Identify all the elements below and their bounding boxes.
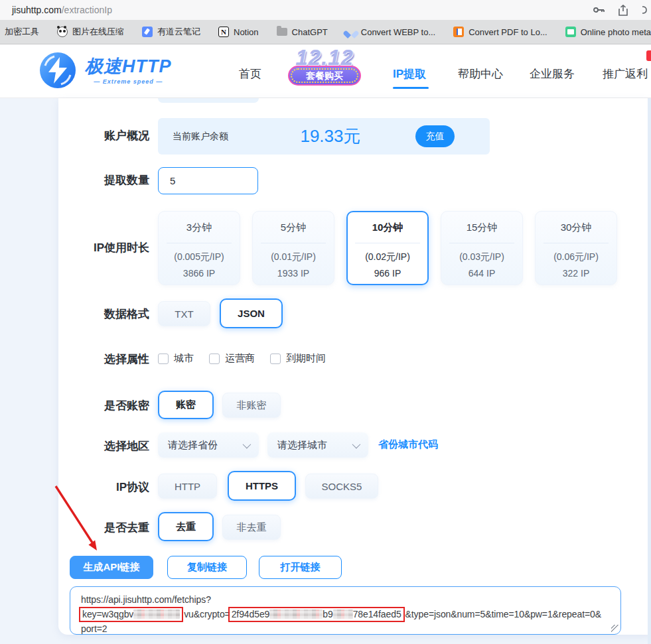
bookmark-chatgpt-folder[interactable]: ChatGPT [277, 27, 328, 37]
url-path: /extractionIp [62, 5, 112, 15]
pdf-icon [453, 27, 464, 37]
attr-checkbox-isp[interactable]: 运营商 [209, 352, 255, 365]
lightning-logo-icon [40, 52, 76, 88]
bookmark-convert-pdf[interactable]: Convert PDF to Lo... [453, 27, 547, 37]
protocol-option-https-selected[interactable]: HTTPS [228, 471, 296, 501]
pixelated-redaction [133, 610, 180, 619]
bookmark-image-compress[interactable]: 图片在线压缩 [57, 26, 124, 38]
folder-icon [277, 27, 287, 37]
divider [355, 243, 420, 243]
format-label: 数据格式 [58, 306, 149, 322]
quantity-input[interactable] [158, 167, 258, 194]
nav-active-underline [393, 87, 429, 89]
auth-label: 是否账密 [58, 398, 149, 413]
divider [543, 243, 609, 243]
copy-link-button[interactable]: 复制链接 [167, 556, 247, 579]
site-logo[interactable]: 极速HTTP — Extreme speed — [40, 52, 172, 88]
attrs-label: 选择属性 [58, 352, 149, 367]
api-url-line1: https://api.jisuhttp.com/fetchips? [81, 592, 620, 607]
chevron-down-icon [243, 440, 252, 448]
format-option-json-selected[interactable]: JSON [220, 298, 283, 328]
balance-value: 19.33元 [271, 125, 390, 148]
chevron-down-icon [352, 440, 361, 448]
duration-option-30min[interactable]: 30分钟 (0.06元/IP) 322 IP [535, 211, 617, 285]
generate-api-link-button[interactable]: 生成API链接 [70, 556, 153, 579]
page-content: 账户概况 当前账户余额 19.33元 充值 提取数量 IP使用时长 3分钟 (0… [0, 98, 651, 644]
protocol-option-http[interactable]: HTTP [158, 474, 217, 499]
scrolled-element-remnant [158, 98, 259, 103]
recharge-button[interactable]: 充值 [415, 125, 455, 147]
divider [261, 243, 326, 243]
duration-option-3min[interactable]: 3分钟 (0.005元/IP) 3866 IP [158, 211, 240, 285]
nav-help-center[interactable]: 帮助中心 [458, 66, 503, 82]
duration-option-10min-selected[interactable]: 10分钟 (0.02元/IP) 966 IP [346, 211, 429, 285]
api-url-textarea[interactable]: https://api.jisuhttp.com/fetchips? key=w… [70, 586, 621, 635]
pen-icon [142, 27, 153, 37]
notion-icon: N [218, 27, 229, 37]
logo-title: 极速HTTP [85, 56, 172, 76]
bookmark-convert-webp[interactable]: Convert WEBP to... [346, 27, 435, 37]
dedupe-option-no[interactable]: 非去重 [222, 515, 281, 540]
dedupe-option-yes-selected[interactable]: 去重 [158, 512, 214, 541]
format-option-txt[interactable]: TXT [158, 301, 210, 326]
attr-checkbox-city[interactable]: 城市 [158, 352, 194, 365]
heart-icon [346, 27, 356, 37]
province-dropdown[interactable]: 请选择省份 [158, 432, 259, 458]
extraction-form-card: 账户概况 当前账户余额 19.33元 充值 提取数量 IP使用时长 3分钟 (0… [58, 98, 651, 635]
nav-referral-badge [646, 50, 651, 61]
duration-label: IP使用时长 [58, 240, 149, 255]
password-key-icon[interactable] [593, 6, 605, 14]
key-redaction-highlight-box: key=w3qgbv [79, 607, 183, 622]
account-overview-label: 账户概况 [58, 128, 149, 143]
pixelated-redaction [333, 610, 353, 619]
url-bar[interactable]: jisuhttp.com/extractionIp [12, 5, 112, 15]
protocol-label: IP协议 [58, 480, 149, 495]
province-city-code-link[interactable]: 省份城市代码 [378, 438, 438, 451]
duration-option-15min[interactable]: 15分钟 (0.03元/IP) 644 IP [441, 211, 523, 285]
region-label: 选择地区 [58, 438, 149, 454]
divider [449, 243, 514, 243]
api-url-line3: port=2 [81, 621, 620, 636]
auth-option-credentials-selected[interactable]: 账密 [158, 391, 214, 419]
bookmark-photo-meta[interactable]: Online photo meta... [565, 27, 651, 37]
browser-window: jisuhttp.com/extractionIp 加密工具 图片在线压缩 有道… [0, 0, 651, 644]
auth-option-no-credentials[interactable]: 非账密 [222, 393, 281, 418]
bookmark-notion[interactable]: N Notion [218, 27, 259, 37]
page-scrollbar[interactable] [648, 98, 651, 644]
nav-enterprise[interactable]: 企业服务 [530, 66, 575, 82]
promo-package-button: 套餐购买 [288, 66, 361, 86]
bookmark-youdao-note[interactable]: 有道云笔记 [142, 26, 200, 38]
clipped-toolbar-icon[interactable] [642, 5, 647, 15]
bookmarks-bar: 加密工具 图片在线压缩 有道云笔记 N Notion ChatGPT Conve… [0, 20, 651, 44]
balance-label: 当前账户余额 [173, 131, 228, 143]
site-header: 极速HTTP — Extreme speed — 首页 12.12 套餐购买 I… [0, 44, 651, 98]
panda-icon [57, 27, 68, 37]
quantity-label: 提取数量 [58, 172, 149, 188]
nav-referral[interactable]: 推广返利 [603, 66, 648, 82]
duration-option-5min[interactable]: 5分钟 (0.01元/IP) 1933 IP [252, 211, 334, 285]
checkbox-icon[interactable] [209, 354, 220, 364]
api-url-line2: key=w3qgbvvu&crypto=2f94d5e9b978e14faed5… [81, 607, 620, 621]
checkbox-icon[interactable] [158, 354, 169, 364]
checkbox-icon[interactable] [270, 354, 281, 364]
bookmark-encrypt-tool[interactable]: 加密工具 [0, 26, 39, 38]
nav-home[interactable]: 首页 [239, 66, 261, 82]
browser-titlebar: jisuhttp.com/extractionIp [0, 0, 651, 20]
nav-ip-extract[interactable]: IP提取 [393, 66, 426, 82]
attr-checkbox-expire[interactable]: 到期时间 [270, 352, 326, 365]
logo-subtitle: — Extreme speed — [85, 78, 172, 85]
textarea-resize-handle[interactable] [611, 625, 618, 632]
share-icon[interactable] [618, 5, 628, 16]
pixelated-redaction [269, 610, 323, 619]
protocol-option-socks5[interactable]: SOCKS5 [305, 474, 378, 499]
dedupe-label: 是否去重 [58, 520, 149, 535]
promo-badge[interactable]: 12.12 套餐购买 [285, 46, 364, 96]
city-dropdown[interactable]: 请选择城市 [267, 432, 368, 458]
url-host: jisuhttp.com [12, 5, 62, 15]
open-link-button[interactable]: 打开链接 [259, 556, 342, 579]
divider [167, 243, 232, 243]
account-balance-panel: 当前账户余额 19.33元 充值 [158, 118, 490, 155]
crypto-redaction-highlight-box: 2f94d5e9b978e14faed5 [228, 607, 405, 622]
photo-icon [565, 27, 576, 37]
